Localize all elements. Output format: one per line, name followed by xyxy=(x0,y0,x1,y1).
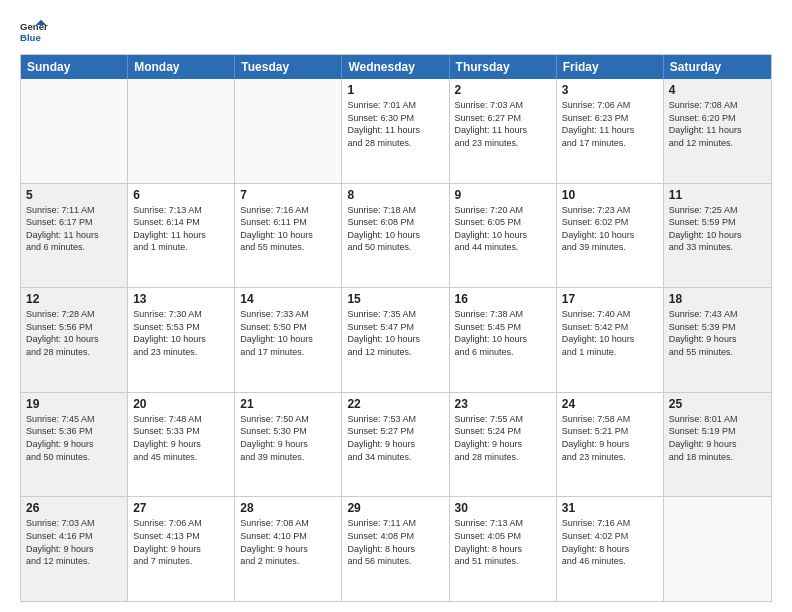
calendar-cell-12: 12Sunrise: 7:28 AM Sunset: 5:56 PM Dayli… xyxy=(21,288,128,392)
day-number: 14 xyxy=(240,292,336,306)
day-number: 18 xyxy=(669,292,766,306)
day-number: 28 xyxy=(240,501,336,515)
calendar-cell-21: 21Sunrise: 7:50 AM Sunset: 5:30 PM Dayli… xyxy=(235,393,342,497)
day-info: Sunrise: 7:23 AM Sunset: 6:02 PM Dayligh… xyxy=(562,204,658,254)
day-info: Sunrise: 7:58 AM Sunset: 5:21 PM Dayligh… xyxy=(562,413,658,463)
weekday-header-friday: Friday xyxy=(557,55,664,79)
day-info: Sunrise: 7:16 AM Sunset: 4:02 PM Dayligh… xyxy=(562,517,658,567)
day-number: 22 xyxy=(347,397,443,411)
calendar-cell-25: 25Sunrise: 8:01 AM Sunset: 5:19 PM Dayli… xyxy=(664,393,771,497)
day-number: 24 xyxy=(562,397,658,411)
calendar: SundayMondayTuesdayWednesdayThursdayFrid… xyxy=(20,54,772,602)
calendar-cell-1: 1Sunrise: 7:01 AM Sunset: 6:30 PM Daylig… xyxy=(342,79,449,183)
calendar-cell-16: 16Sunrise: 7:38 AM Sunset: 5:45 PM Dayli… xyxy=(450,288,557,392)
calendar-cell-11: 11Sunrise: 7:25 AM Sunset: 5:59 PM Dayli… xyxy=(664,184,771,288)
day-number: 26 xyxy=(26,501,122,515)
day-info: Sunrise: 7:50 AM Sunset: 5:30 PM Dayligh… xyxy=(240,413,336,463)
calendar-cell-19: 19Sunrise: 7:45 AM Sunset: 5:36 PM Dayli… xyxy=(21,393,128,497)
day-info: Sunrise: 7:01 AM Sunset: 6:30 PM Dayligh… xyxy=(347,99,443,149)
calendar-cell-24: 24Sunrise: 7:58 AM Sunset: 5:21 PM Dayli… xyxy=(557,393,664,497)
day-info: Sunrise: 7:11 AM Sunset: 6:17 PM Dayligh… xyxy=(26,204,122,254)
calendar-body: 1Sunrise: 7:01 AM Sunset: 6:30 PM Daylig… xyxy=(21,79,771,601)
day-number: 5 xyxy=(26,188,122,202)
calendar-cell-20: 20Sunrise: 7:48 AM Sunset: 5:33 PM Dayli… xyxy=(128,393,235,497)
calendar-cell-empty-0-0 xyxy=(21,79,128,183)
calendar-cell-26: 26Sunrise: 7:03 AM Sunset: 4:16 PM Dayli… xyxy=(21,497,128,601)
calendar-row-0: 1Sunrise: 7:01 AM Sunset: 6:30 PM Daylig… xyxy=(21,79,771,183)
day-info: Sunrise: 7:30 AM Sunset: 5:53 PM Dayligh… xyxy=(133,308,229,358)
calendar-cell-10: 10Sunrise: 7:23 AM Sunset: 6:02 PM Dayli… xyxy=(557,184,664,288)
calendar-row-3: 19Sunrise: 7:45 AM Sunset: 5:36 PM Dayli… xyxy=(21,392,771,497)
day-number: 11 xyxy=(669,188,766,202)
day-info: Sunrise: 8:01 AM Sunset: 5:19 PM Dayligh… xyxy=(669,413,766,463)
weekday-header-monday: Monday xyxy=(128,55,235,79)
day-number: 29 xyxy=(347,501,443,515)
calendar-cell-27: 27Sunrise: 7:06 AM Sunset: 4:13 PM Dayli… xyxy=(128,497,235,601)
day-number: 1 xyxy=(347,83,443,97)
day-info: Sunrise: 7:55 AM Sunset: 5:24 PM Dayligh… xyxy=(455,413,551,463)
calendar-header: SundayMondayTuesdayWednesdayThursdayFrid… xyxy=(21,55,771,79)
calendar-cell-6: 6Sunrise: 7:13 AM Sunset: 6:14 PM Daylig… xyxy=(128,184,235,288)
calendar-row-1: 5Sunrise: 7:11 AM Sunset: 6:17 PM Daylig… xyxy=(21,183,771,288)
logo-icon: General Blue xyxy=(20,18,48,46)
calendar-cell-14: 14Sunrise: 7:33 AM Sunset: 5:50 PM Dayli… xyxy=(235,288,342,392)
calendar-cell-empty-0-1 xyxy=(128,79,235,183)
calendar-cell-15: 15Sunrise: 7:35 AM Sunset: 5:47 PM Dayli… xyxy=(342,288,449,392)
day-info: Sunrise: 7:08 AM Sunset: 4:10 PM Dayligh… xyxy=(240,517,336,567)
day-info: Sunrise: 7:06 AM Sunset: 6:23 PM Dayligh… xyxy=(562,99,658,149)
weekday-header-thursday: Thursday xyxy=(450,55,557,79)
day-info: Sunrise: 7:35 AM Sunset: 5:47 PM Dayligh… xyxy=(347,308,443,358)
logo: General Blue xyxy=(20,18,48,46)
calendar-cell-29: 29Sunrise: 7:11 AM Sunset: 4:08 PM Dayli… xyxy=(342,497,449,601)
day-number: 23 xyxy=(455,397,551,411)
day-number: 17 xyxy=(562,292,658,306)
day-info: Sunrise: 7:28 AM Sunset: 5:56 PM Dayligh… xyxy=(26,308,122,358)
day-number: 30 xyxy=(455,501,551,515)
calendar-cell-7: 7Sunrise: 7:16 AM Sunset: 6:11 PM Daylig… xyxy=(235,184,342,288)
day-number: 3 xyxy=(562,83,658,97)
calendar-cell-8: 8Sunrise: 7:18 AM Sunset: 6:08 PM Daylig… xyxy=(342,184,449,288)
day-info: Sunrise: 7:11 AM Sunset: 4:08 PM Dayligh… xyxy=(347,517,443,567)
day-number: 27 xyxy=(133,501,229,515)
calendar-cell-23: 23Sunrise: 7:55 AM Sunset: 5:24 PM Dayli… xyxy=(450,393,557,497)
day-info: Sunrise: 7:03 AM Sunset: 4:16 PM Dayligh… xyxy=(26,517,122,567)
day-info: Sunrise: 7:20 AM Sunset: 6:05 PM Dayligh… xyxy=(455,204,551,254)
day-info: Sunrise: 7:16 AM Sunset: 6:11 PM Dayligh… xyxy=(240,204,336,254)
page-header: General Blue xyxy=(20,18,772,46)
calendar-cell-17: 17Sunrise: 7:40 AM Sunset: 5:42 PM Dayli… xyxy=(557,288,664,392)
calendar-cell-4: 4Sunrise: 7:08 AM Sunset: 6:20 PM Daylig… xyxy=(664,79,771,183)
weekday-header-wednesday: Wednesday xyxy=(342,55,449,79)
day-number: 10 xyxy=(562,188,658,202)
calendar-cell-18: 18Sunrise: 7:43 AM Sunset: 5:39 PM Dayli… xyxy=(664,288,771,392)
day-number: 6 xyxy=(133,188,229,202)
day-info: Sunrise: 7:25 AM Sunset: 5:59 PM Dayligh… xyxy=(669,204,766,254)
svg-text:Blue: Blue xyxy=(20,32,41,43)
day-number: 21 xyxy=(240,397,336,411)
day-number: 9 xyxy=(455,188,551,202)
day-info: Sunrise: 7:33 AM Sunset: 5:50 PM Dayligh… xyxy=(240,308,336,358)
day-info: Sunrise: 7:48 AM Sunset: 5:33 PM Dayligh… xyxy=(133,413,229,463)
day-info: Sunrise: 7:06 AM Sunset: 4:13 PM Dayligh… xyxy=(133,517,229,567)
weekday-header-tuesday: Tuesday xyxy=(235,55,342,79)
calendar-row-4: 26Sunrise: 7:03 AM Sunset: 4:16 PM Dayli… xyxy=(21,496,771,601)
day-number: 16 xyxy=(455,292,551,306)
calendar-cell-empty-0-2 xyxy=(235,79,342,183)
calendar-cell-2: 2Sunrise: 7:03 AM Sunset: 6:27 PM Daylig… xyxy=(450,79,557,183)
day-info: Sunrise: 7:13 AM Sunset: 4:05 PM Dayligh… xyxy=(455,517,551,567)
day-number: 31 xyxy=(562,501,658,515)
calendar-cell-22: 22Sunrise: 7:53 AM Sunset: 5:27 PM Dayli… xyxy=(342,393,449,497)
day-number: 19 xyxy=(26,397,122,411)
day-info: Sunrise: 7:03 AM Sunset: 6:27 PM Dayligh… xyxy=(455,99,551,149)
calendar-cell-3: 3Sunrise: 7:06 AM Sunset: 6:23 PM Daylig… xyxy=(557,79,664,183)
day-number: 13 xyxy=(133,292,229,306)
day-number: 25 xyxy=(669,397,766,411)
calendar-cell-empty-4-6 xyxy=(664,497,771,601)
day-info: Sunrise: 7:45 AM Sunset: 5:36 PM Dayligh… xyxy=(26,413,122,463)
calendar-row-2: 12Sunrise: 7:28 AM Sunset: 5:56 PM Dayli… xyxy=(21,287,771,392)
day-number: 8 xyxy=(347,188,443,202)
day-number: 2 xyxy=(455,83,551,97)
day-number: 4 xyxy=(669,83,766,97)
day-info: Sunrise: 7:53 AM Sunset: 5:27 PM Dayligh… xyxy=(347,413,443,463)
day-number: 20 xyxy=(133,397,229,411)
day-info: Sunrise: 7:38 AM Sunset: 5:45 PM Dayligh… xyxy=(455,308,551,358)
